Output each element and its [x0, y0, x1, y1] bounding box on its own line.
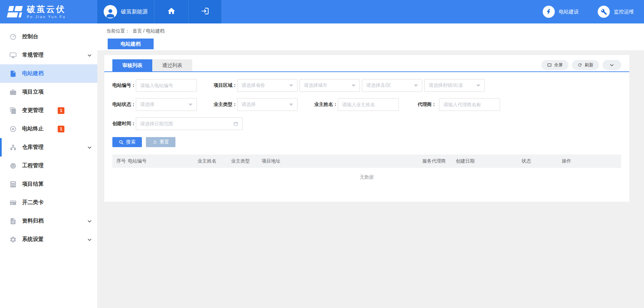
brand-title: 破茧云伏: [27, 5, 66, 14]
sidebar: 控制台 常规管理 电站建档 项目立项: [0, 23, 97, 308]
col-seq: 序号: [112, 158, 128, 164]
user-icon: [104, 5, 117, 18]
brand-logo-icon: [7, 5, 23, 18]
col-actions: 操作: [562, 158, 621, 164]
page-tab-station-archive[interactable]: 电站建档: [108, 39, 154, 49]
field-owner-type: 业主类型： 请选择: [214, 98, 298, 111]
bolt-icon: [543, 6, 555, 18]
sidebar-item-change-mgmt[interactable]: 变更管理 1: [0, 101, 97, 120]
header-sections: 破茧新能源: [97, 0, 222, 23]
col-agent: 服务代理商: [422, 158, 456, 164]
breadcrumb-strip: 当前位置： 首页 / 电站建档 电站建档: [97, 23, 644, 50]
copy-icon: [9, 107, 17, 115]
tab-passed-list[interactable]: 通过列表: [152, 59, 192, 71]
date-range-input[interactable]: [136, 117, 243, 130]
sidebar-item-station-archive[interactable]: 电站建档: [0, 64, 97, 83]
owner-name-input[interactable]: [338, 98, 399, 111]
collapse-button[interactable]: [602, 60, 621, 70]
archive-icon: [9, 217, 17, 225]
brand-subtitle: Po Jian Yun Fu: [27, 15, 66, 19]
sidebar-item-data-archive[interactable]: 资料归档: [0, 212, 97, 230]
col-address: 项目地址: [262, 158, 422, 164]
station-no-input[interactable]: [136, 79, 197, 92]
calculator-icon: [9, 180, 17, 188]
current-user[interactable]: 破茧新能源: [97, 0, 154, 23]
breadcrumb-prefix: 当前位置：: [106, 28, 130, 34]
sidebar-item-open-card[interactable]: 开二类卡: [0, 193, 97, 212]
sidebar-item-engineering-mgmt[interactable]: 工程管理: [0, 157, 97, 175]
reset-button[interactable]: 重置: [146, 137, 175, 147]
chevron-down-icon: [87, 53, 92, 58]
home-button[interactable]: [154, 0, 189, 23]
card-icon: [9, 199, 17, 207]
table-header-row: 序号 电站编号 业主姓名 业主类型 项目地址 服务代理商 创建日期 状态 操作: [112, 155, 621, 168]
nav-station-build-label: 电站建设: [559, 9, 579, 15]
col-status: 状态: [522, 158, 562, 164]
content: 审核列表 通过列表 全屏 刷新: [97, 50, 644, 202]
chevron-down-icon: [609, 63, 614, 67]
owner-type-select[interactable]: 请选择: [237, 98, 298, 111]
chevron-down-icon: [87, 219, 92, 224]
nav-station-build[interactable]: 电站建设: [543, 6, 579, 18]
station-status-select[interactable]: 请选择: [136, 98, 197, 111]
company-name: 破茧新能源: [121, 8, 148, 15]
field-created-time: 创建时间：: [112, 117, 243, 130]
sitemap-icon: [9, 143, 17, 151]
caret-down-icon: [189, 104, 193, 106]
logout-button[interactable]: [189, 0, 222, 23]
agent-input[interactable]: [439, 98, 500, 111]
refresh-button[interactable]: 刷新: [572, 60, 599, 70]
sidebar-item-system-settings[interactable]: 系统设置: [0, 230, 97, 249]
field-station-no: 电站编号：: [112, 79, 197, 92]
town-select[interactable]: 请选择村镇/街道: [424, 79, 485, 92]
filter-row-2: 电站状态： 请选择 业主类型： 请选择: [112, 98, 621, 111]
panel-tabs: 审核列表 通过列表: [112, 59, 192, 71]
briefcase-icon: [9, 88, 17, 96]
app-logo: 破茧云伏 Po Jian Yun Fu: [0, 0, 97, 23]
sidebar-item-project-settlement[interactable]: 项目结算: [0, 175, 97, 193]
chevron-down-icon: [87, 237, 92, 242]
change-mgmt-badge: 1: [58, 107, 64, 114]
panel-body: 电站编号： 项目区域： 请选择省份 请选择城市: [104, 72, 629, 202]
fullscreen-button[interactable]: 全屏: [541, 60, 569, 70]
dashboard-icon: [9, 33, 17, 41]
field-agent: 代理商：: [416, 98, 500, 111]
tab-review-list[interactable]: 审核列表: [112, 59, 152, 71]
wrench-icon: [598, 6, 610, 18]
col-owner-name: 业主姓名: [198, 158, 231, 164]
col-owner-type: 业主类型: [231, 158, 262, 164]
county-select[interactable]: 请选择县/区: [362, 79, 422, 92]
sidebar-item-project-initiation[interactable]: 项目立项: [0, 83, 97, 101]
sidebar-item-station-terminate[interactable]: 电站终止 1: [0, 120, 97, 138]
col-created-date: 创建日期: [456, 158, 522, 164]
city-select[interactable]: 请选择城市: [300, 79, 360, 92]
results-table: 序号 电站编号 业主姓名 业主类型 项目地址 服务代理商 创建日期 状态 操作 …: [112, 155, 621, 187]
station-terminate-badge: 1: [58, 126, 64, 132]
empty-state: 无数据: [112, 168, 621, 187]
nav-monitor-ops[interactable]: 监控运维: [598, 6, 634, 18]
field-station-status: 电站状态： 请选择: [112, 98, 197, 111]
header-right-nav: 电站建设 监控运维: [222, 0, 644, 23]
caret-down-icon: [289, 104, 293, 106]
col-station-no: 电站编号: [128, 158, 198, 164]
caret-down-icon: [352, 84, 356, 87]
search-button[interactable]: 搜索: [112, 137, 142, 147]
login-icon: [201, 7, 209, 17]
search-icon: [119, 140, 124, 145]
filter-row-1: 电站编号： 项目区域： 请选择省份 请选择城市: [112, 79, 621, 92]
sidebar-item-console[interactable]: 控制台: [0, 27, 97, 46]
reset-icon: [152, 140, 157, 145]
sidebar-item-warehouse-mgmt[interactable]: 仓库管理: [0, 138, 97, 157]
field-owner-name: 业主姓名：: [314, 98, 399, 111]
caret-down-icon: [414, 84, 418, 87]
panel-actions: 全屏 刷新: [541, 60, 621, 70]
record-icon: [9, 125, 17, 133]
top-header: 破茧云伏 Po Jian Yun Fu 破茧新能源 电站建设: [0, 0, 644, 23]
sidebar-item-general-mgmt[interactable]: 常规管理: [0, 46, 97, 64]
gauge-icon: [9, 162, 17, 170]
nav-monitor-ops-label: 监控运维: [614, 9, 634, 15]
fullscreen-icon: [547, 63, 552, 67]
chevron-down-icon: [87, 145, 92, 150]
province-select[interactable]: 请选择省份: [237, 79, 298, 92]
breadcrumb-path[interactable]: 首页 / 电站建档: [132, 28, 165, 34]
